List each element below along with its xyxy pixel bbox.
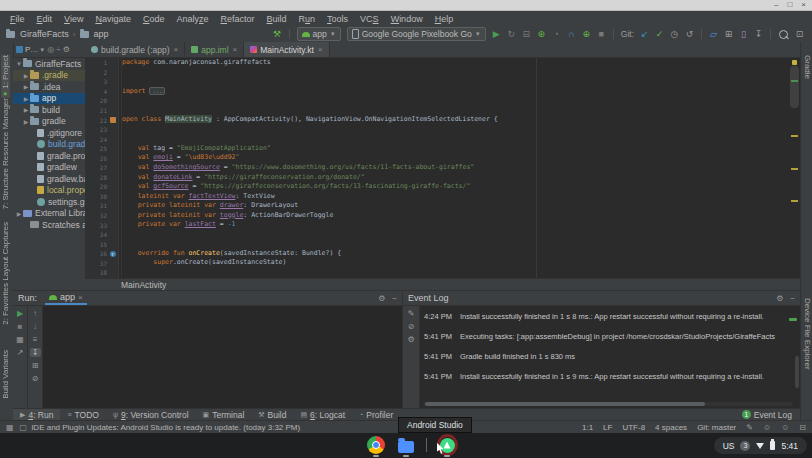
debug-button[interactable]: ⊛ — [535, 27, 548, 41]
stripe-1-project[interactable]: ● 1: Project — [1, 55, 10, 98]
profile-button[interactable]: ◔ — [550, 27, 563, 41]
menu-file[interactable]: File — [4, 14, 31, 24]
scroll-to-end-button[interactable]: ↧ — [30, 348, 41, 357]
menu-view[interactable]: View — [58, 14, 89, 24]
tree-item-scratches-and-consoles[interactable]: Scratches and Consoles — [13, 219, 85, 231]
window-controls[interactable]: –□× — [774, 0, 806, 10]
sync-project-button[interactable]: ▱ — [707, 27, 720, 41]
stop-button[interactable]: ■ — [595, 27, 608, 41]
event-log-entries[interactable]: 4:24 PMInstall successfully finished in … — [420, 306, 800, 408]
stripe-resource-manager[interactable]: Resource Manager — [1, 98, 10, 166]
settings-gear-icon[interactable]: ⚙ — [378, 294, 385, 303]
locate-file-button[interactable]: ◎ — [47, 45, 54, 54]
close-icon[interactable]: × — [233, 45, 238, 54]
status-message[interactable]: IDE and Plugin Updates: Android Studio i… — [31, 423, 300, 432]
apply-code-changes-button[interactable]: ⊕ — [580, 27, 593, 41]
close-icon[interactable]: × — [174, 45, 179, 54]
search-everywhere-button[interactable] — [779, 30, 788, 39]
layout-inspector-button[interactable]: ⊞ — [722, 27, 735, 41]
stripe-2-favorites[interactable]: 2: Favorites — [1, 283, 10, 325]
feedback-smiley-icon[interactable]: ☺ — [763, 423, 771, 432]
sdk-manager-button[interactable]: ↧ — [752, 27, 765, 41]
soft-wrap-button[interactable]: ≡ — [30, 335, 41, 344]
coverage-button[interactable]: ⊟ — [520, 27, 533, 41]
tree-item-app[interactable]: ▶app — [13, 93, 85, 105]
reader-mode-icon[interactable]: ⊟ — [799, 423, 806, 432]
restart-activity-button[interactable]: ▦ — [15, 335, 26, 344]
stripe-gradle[interactable]: Gradle — [803, 55, 812, 79]
indent[interactable]: 4 spaces — [655, 423, 687, 432]
inspection-status-icon[interactable] — [792, 60, 797, 65]
tree-item-settings-gradle[interactable]: settings.gradle — [13, 196, 85, 208]
chrome-icon[interactable] — [366, 435, 386, 455]
android-studio-icon[interactable] — [437, 435, 457, 455]
tree-arrow-icon[interactable]: ▶ — [22, 72, 30, 79]
menu-tools[interactable]: Tools — [321, 14, 354, 24]
tab-build-gradle-app-[interactable]: build.gradle (:app)× — [85, 42, 185, 57]
stripe-layout-captures[interactable]: Layout Captures — [1, 222, 10, 281]
stripe-device-file-explorer[interactable]: Device File Explorer — [803, 298, 812, 370]
event-log-badge[interactable]: 1 Event Log — [742, 410, 800, 420]
tree-item--gradle[interactable]: ▶.gradle — [13, 70, 85, 82]
tree-arrow-icon[interactable]: ▶ — [22, 106, 30, 113]
tree-item-external-libraries[interactable]: ▶External Libraries — [13, 208, 85, 220]
tool-window-switcher-icon[interactable]: ▦ — [6, 423, 14, 432]
shelf-status-area[interactable]: US 3 5:41 — [714, 437, 807, 454]
run-console-output[interactable] — [43, 306, 402, 408]
breadcrumb-class[interactable]: MainActivity — [121, 280, 166, 290]
tree-item--idea[interactable]: ▶.idea — [13, 81, 85, 93]
git-rollback-button[interactable]: ↺ — [683, 27, 696, 41]
menu-build[interactable]: Build — [261, 14, 293, 24]
tree-item--gitignore[interactable]: .gitignore — [13, 127, 85, 139]
git-update-button[interactable]: ↙ — [638, 27, 651, 41]
menu-refactor[interactable]: Refactor — [215, 14, 261, 24]
tree-item-gradlew[interactable]: gradlew — [13, 162, 85, 174]
toolwindow-run[interactable]: ▶4: Run — [13, 409, 60, 420]
tree-arrow-icon[interactable]: ▶ — [22, 83, 30, 90]
run-tab-app[interactable]: app × — [45, 291, 87, 305]
tab-app-iml[interactable]: app.iml× — [185, 42, 244, 57]
toolwindow-todo[interactable]: ≡TODO — [60, 409, 106, 420]
clear-all-button[interactable]: ⊘ — [30, 374, 41, 383]
tree-item-gradle[interactable]: ▶gradle — [13, 116, 85, 128]
profiler-button[interactable]: ∩ — [565, 27, 578, 41]
close-icon[interactable]: × — [801, 0, 806, 10]
tree-item-gradle-properties[interactable]: gradle.properties — [13, 150, 85, 162]
settings-gear-icon[interactable]: ⚙ — [63, 45, 70, 54]
close-icon[interactable]: × — [78, 293, 83, 302]
breadcrumb-item-app[interactable]: app — [94, 29, 109, 39]
toolwindow-build[interactable]: ⚒Build — [251, 409, 293, 420]
down-stack-trace-button[interactable]: ↓ — [30, 322, 41, 331]
tree-item-giraffefacts[interactable]: ▼GiraffeFacts~/S — [13, 58, 85, 70]
encoding[interactable]: UTF-8 — [622, 423, 645, 432]
git-commit-button[interactable]: ✓ — [653, 27, 666, 41]
files-app-icon[interactable] — [396, 435, 416, 455]
clear-all-icon[interactable]: ⊘ — [406, 322, 417, 331]
editor-code-area[interactable]: package com.naranjaconsal.giraffefactsim… — [119, 58, 800, 278]
event-log-hscrollbar[interactable] — [423, 402, 793, 406]
breadcrumb[interactable]: GiraffeFacts›app — [6, 29, 109, 39]
notification-icon[interactable]: ▢ — [20, 423, 28, 432]
tree-arrow-icon[interactable]: ▶ — [22, 118, 30, 125]
menu-run[interactable]: Run — [293, 14, 322, 24]
toolwindow-profiler[interactable]: ◔Profiler — [352, 409, 400, 420]
run-class-marker-icon[interactable] — [110, 117, 116, 123]
run-config-combo[interactable]: app▼ — [297, 27, 341, 41]
stripe-build-variants[interactable]: Build Variants — [1, 350, 10, 399]
tree-arrow-icon[interactable]: ▶ — [22, 95, 30, 102]
print-button[interactable]: ⊞ — [30, 361, 41, 370]
menu-analyze[interactable]: Analyze — [170, 14, 214, 24]
editor-scrollbar[interactable] — [788, 58, 800, 278]
menu-edit[interactable]: Edit — [31, 14, 59, 24]
toolwindow-terminal[interactable]: ▣Terminal — [196, 409, 252, 420]
menu-window[interactable]: Window — [385, 14, 429, 24]
minimize-icon[interactable]: – — [774, 0, 778, 10]
device-combo[interactable]: Google Google Pixelbook Go▼ — [347, 27, 486, 41]
pin-tab-button[interactable]: ↗ — [15, 348, 26, 357]
git-branch[interactable]: Git: master — [697, 423, 736, 432]
toolwindow-version-control[interactable]: ψ9: Version Control — [106, 409, 196, 420]
tree-item-build-gradle[interactable]: build.gradle — [13, 139, 85, 151]
menu-help[interactable]: Help — [429, 14, 460, 24]
write-access-icon[interactable]: ✎ — [746, 423, 753, 432]
settings-wrench-icon[interactable]: ⚙ — [406, 335, 417, 344]
